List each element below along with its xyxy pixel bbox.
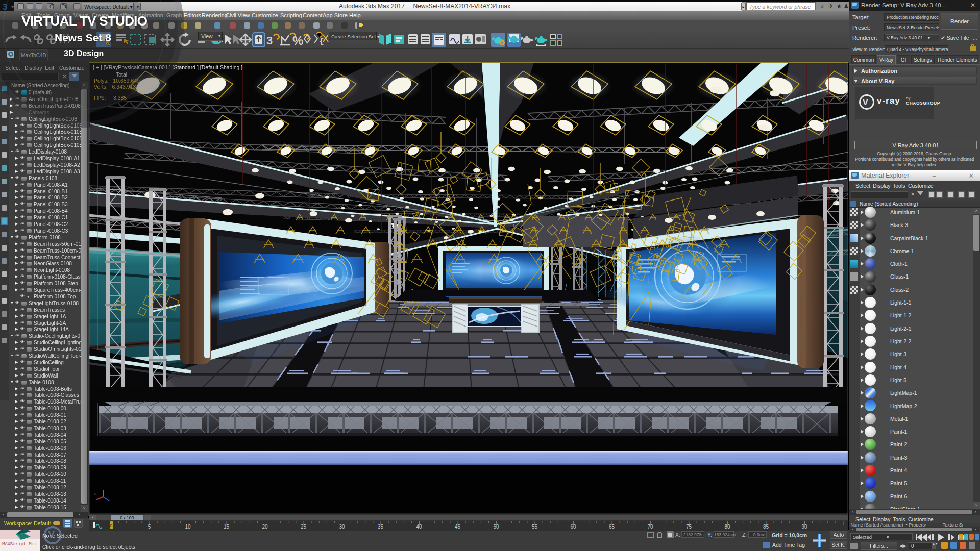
svg-text:0: 0 <box>110 523 113 528</box>
svg-text:15: 15 <box>224 524 230 530</box>
svg-text:30: 30 <box>339 524 345 530</box>
svg-text:40: 40 <box>416 524 422 530</box>
svg-text:70: 70 <box>647 524 653 530</box>
svg-text:60: 60 <box>570 524 576 530</box>
svg-text:65: 65 <box>609 524 615 530</box>
svg-text:3: 3 <box>266 34 273 47</box>
svg-text:45: 45 <box>455 524 461 530</box>
svg-text:25: 25 <box>301 524 307 530</box>
svg-text:85: 85 <box>763 524 769 530</box>
svg-text:x: x <box>94 491 96 496</box>
svg-text:90: 90 <box>801 524 807 530</box>
svg-text:5: 5 <box>148 524 151 530</box>
svg-text:75: 75 <box>686 524 692 530</box>
svg-text:20: 20 <box>262 524 268 530</box>
svg-text:80: 80 <box>724 524 730 530</box>
svg-text:10: 10 <box>185 524 191 530</box>
svg-text:50: 50 <box>493 524 499 530</box>
svg-text:%: % <box>292 34 303 47</box>
svg-text:55: 55 <box>532 524 538 530</box>
svg-text:35: 35 <box>378 524 384 530</box>
